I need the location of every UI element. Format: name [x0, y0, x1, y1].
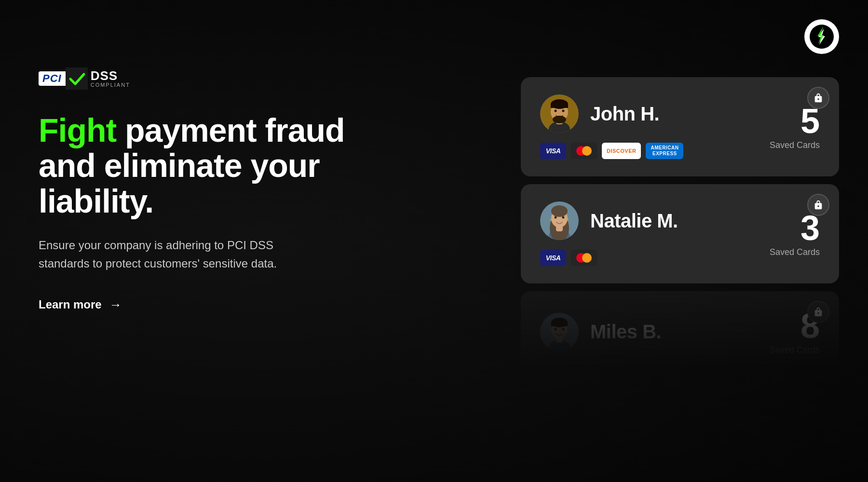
saved-count-john: 5 — [770, 104, 820, 138]
mastercard-badge — [571, 143, 597, 159]
avatar-john — [540, 94, 579, 133]
user-card-right-natalie: 3 Saved Cards — [770, 211, 820, 257]
arrow-icon: → — [109, 297, 122, 312]
user-name-natalie: Natalie M. — [590, 210, 678, 232]
svg-point-20 — [567, 219, 569, 221]
user-card-natalie: Natalie M. VISA 3 Saved Cards — [521, 184, 839, 283]
user-name-miles: Miles B. — [590, 321, 661, 343]
svg-marker-1 — [66, 67, 88, 90]
right-section: John H. VISA DISCOVER — [521, 77, 839, 373]
headline-fight: Fight — [39, 112, 116, 148]
left-section: PCI DSS COMPLIANT Fight payment fraud an… — [39, 67, 357, 312]
svg-point-9 — [555, 110, 557, 112]
svg-point-19 — [550, 219, 552, 221]
saved-count-natalie: 3 — [770, 211, 820, 245]
user-name-john: John H. — [590, 103, 659, 125]
visa-badge: VISA — [540, 143, 566, 159]
svg-rect-26 — [551, 322, 568, 326]
pci-badge: PCI DSS COMPLIANT — [39, 67, 357, 90]
user-info-natalie: Natalie M. — [540, 201, 678, 240]
user-card-john: John H. VISA DISCOVER — [521, 77, 839, 176]
user-info-john: John H. — [540, 94, 683, 133]
svg-rect-7 — [551, 104, 568, 108]
pci-logo: PCI DSS COMPLIANT — [39, 67, 130, 90]
svg-point-16 — [551, 205, 568, 217]
svg-point-28 — [562, 328, 565, 330]
card-icons-natalie: VISA — [540, 250, 678, 266]
mastercard-badge-natalie — [571, 250, 597, 266]
pci-check-icon — [66, 67, 88, 90]
dss-info: DSS COMPLIANT — [91, 69, 130, 88]
avatar-miles — [540, 313, 579, 351]
svg-point-18 — [562, 216, 565, 219]
card-icons-john: VISA DISCOVER AMERICANEXPRESS — [540, 143, 683, 159]
dss-main: DSS — [91, 69, 130, 82]
lock-button-natalie[interactable] — [807, 194, 829, 216]
saved-label-natalie: Saved Cards — [770, 247, 820, 257]
brand-logo — [804, 19, 839, 54]
avatar-natalie — [540, 201, 579, 240]
user-card-left-natalie: Natalie M. VISA — [540, 201, 678, 266]
lock-button-miles[interactable] — [807, 301, 829, 323]
svg-point-27 — [555, 328, 557, 330]
lock-button-john[interactable] — [807, 87, 829, 109]
dss-sub: COMPLIANT — [91, 82, 130, 88]
pci-text: PCI — [39, 71, 66, 86]
description-text: Ensure your company is adhering to PCI D… — [39, 236, 318, 272]
visa-badge-natalie: VISA — [540, 250, 566, 266]
user-info-miles: Miles B. — [540, 313, 661, 351]
svg-point-10 — [562, 110, 565, 112]
user-card-left-john: John H. VISA DISCOVER — [540, 94, 683, 159]
learn-more-label: Learn more — [39, 298, 102, 311]
learn-more-button[interactable]: Learn more → — [39, 297, 357, 312]
svg-point-17 — [555, 216, 557, 219]
discover-badge: DISCOVER — [602, 143, 641, 159]
user-card-right-john: 5 Saved Cards — [770, 104, 820, 150]
headline: Fight payment fraud and eliminate your l… — [39, 113, 357, 219]
amex-badge: AMERICANEXPRESS — [646, 143, 683, 159]
saved-label-john: Saved Cards — [770, 140, 820, 150]
saved-label-miles: Saved Cards — [770, 345, 820, 355]
user-card-miles: Miles B. 8 Saved Cards — [521, 291, 839, 373]
user-card-left-miles: Miles B. — [540, 313, 661, 351]
